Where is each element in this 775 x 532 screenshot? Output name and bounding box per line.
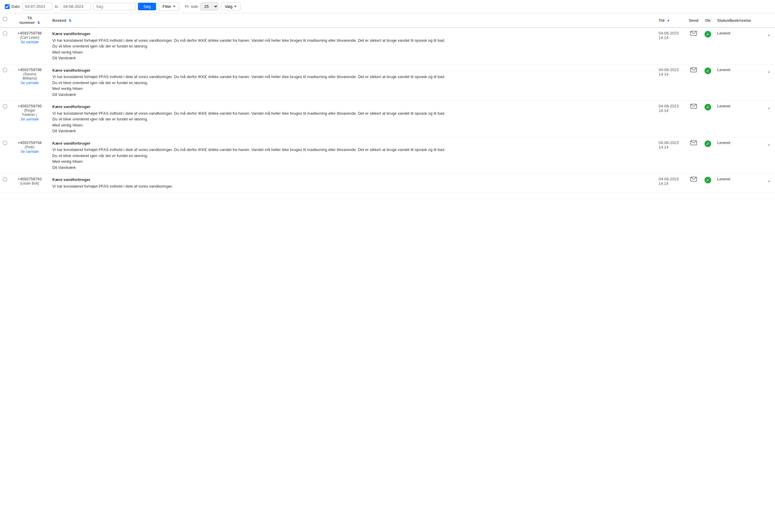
th-til-nummer[interactable]: Tilnummer ⇅ xyxy=(10,13,49,28)
se-samtale-link[interactable]: Se samtale xyxy=(21,117,39,121)
row-checkbox-cell xyxy=(0,28,10,64)
tid-cell: 04-08-202314:14 xyxy=(656,174,686,192)
th-statusbeskrivelse: StatusBeskrivelse xyxy=(714,13,763,28)
expand-button[interactable]: ⌄ xyxy=(766,177,772,184)
envelope-icon xyxy=(690,178,697,182)
expand-button[interactable]: ⌄ xyxy=(766,140,772,147)
besked-body: Vi har konstateret forhøjet PFAS indhold… xyxy=(52,110,653,134)
envelope-icon xyxy=(690,142,697,146)
phone-number: +4593759795 xyxy=(13,104,46,108)
table-row: +4593759798 (Carl Lewis) Se samtale Kære… xyxy=(0,28,775,64)
toolbar-left: Dato to Søg Filter Pr. side 25 50 100 Va… xyxy=(5,2,240,11)
table-row: +4593759796 (SerenaWilliams) Se samtale … xyxy=(0,64,775,101)
row-checkbox[interactable] xyxy=(3,31,7,35)
th-select-all xyxy=(0,13,10,28)
row-checkbox-cell xyxy=(0,174,10,192)
besked-title: Kære vandforbruger xyxy=(52,31,653,37)
contact-name: (RogerFederer ) xyxy=(13,108,46,117)
ok-check-icon: ✓ xyxy=(705,177,711,183)
se-samtale-link[interactable]: Se samtale xyxy=(21,81,39,85)
besked-body: Vi har konstateret forhøjet PFAS indhold… xyxy=(52,74,653,97)
contact-name: (Pelé) xyxy=(13,145,46,149)
chevron-down-icon: ⌄ xyxy=(767,32,771,37)
row-checkbox[interactable] xyxy=(3,141,7,145)
til-nummer-cell: +4593759798 (Carl Lewis) Se samtale xyxy=(10,28,49,64)
se-samtale-link[interactable]: Se samtale xyxy=(21,40,39,44)
expand-button[interactable]: ⌄ xyxy=(766,67,772,74)
til-nummer-cell: +4593759794 (Pelé) Se samtale xyxy=(10,137,49,174)
expand-cell: ⌄ xyxy=(763,64,775,101)
expand-cell: ⌄ xyxy=(763,28,775,64)
besked-body: Vi har konstateret forhøjet PFAS indhold… xyxy=(52,147,653,170)
status-badge: Leveret xyxy=(717,177,730,181)
th-send: Send xyxy=(686,13,702,28)
select-all-checkbox[interactable] xyxy=(3,17,7,21)
row-checkbox-cell xyxy=(0,64,10,101)
status-badge: Leveret xyxy=(717,140,730,145)
status-cell: Leveret xyxy=(714,28,763,64)
dato-label: Dato xyxy=(11,4,20,9)
besked-body: Vi har konstateret forhøjet PFAS indhold… xyxy=(52,183,653,189)
row-checkbox[interactable] xyxy=(3,104,7,108)
valg-button[interactable]: Valg xyxy=(221,2,240,11)
envelope-icon xyxy=(690,105,697,109)
expand-button[interactable]: ⌄ xyxy=(766,104,772,111)
besked-title: Kære vandforbruger xyxy=(52,104,653,110)
send-cell xyxy=(686,64,702,101)
status-badge: Leveret xyxy=(717,31,730,35)
status-cell: Leveret xyxy=(714,174,763,192)
filter-label: Filter xyxy=(162,4,171,9)
tid-cell: 04-08-202314:14 xyxy=(656,137,686,174)
ok-cell: ✓ xyxy=(702,174,714,192)
ok-cell: ✓ xyxy=(702,101,714,137)
th-ok: Ok xyxy=(702,13,714,28)
til-nummer-sort-icon: ⇅ xyxy=(37,21,40,25)
phone-number: +4593759794 xyxy=(13,140,46,145)
tid-cell: 04-08-202314:14 xyxy=(656,101,686,137)
ok-check-icon: ✓ xyxy=(705,140,711,147)
contact-name: (Carl Lewis) xyxy=(13,35,46,40)
ok-check-icon: ✓ xyxy=(705,104,711,110)
row-checkbox[interactable] xyxy=(3,68,7,72)
til-nummer-cell: +4593759793 (Usain Bolt) xyxy=(10,174,49,192)
ok-check-icon: ✓ xyxy=(705,67,711,74)
toolbar: Dato to Søg Filter Pr. side 25 50 100 Va… xyxy=(0,0,775,13)
status-cell: Leveret xyxy=(714,137,763,174)
row-checkbox-cell xyxy=(0,101,10,137)
th-tid[interactable]: Tid ▼ xyxy=(656,13,686,28)
pr-side-select[interactable]: 25 50 100 xyxy=(200,2,218,11)
expand-cell: ⌄ xyxy=(763,137,775,174)
search-input[interactable] xyxy=(93,3,135,10)
chevron-down-icon: ⌄ xyxy=(767,68,771,73)
filter-button[interactable]: Filter xyxy=(158,2,179,11)
status-badge: Leveret xyxy=(717,67,730,72)
status-badge: Leveret xyxy=(717,104,730,108)
phone-number: +4593759796 xyxy=(13,67,46,72)
chevron-down-icon: ⌄ xyxy=(767,105,771,110)
dato-checkbox[interactable] xyxy=(5,4,10,9)
table-body: +4593759798 (Carl Lewis) Se samtale Kære… xyxy=(0,28,775,192)
phone-number: +4593759798 xyxy=(13,31,46,35)
contact-name: (SerenaWilliams) xyxy=(13,72,46,80)
se-samtale-link[interactable]: Se samtale xyxy=(21,149,39,154)
search-button[interactable]: Søg xyxy=(138,3,156,10)
row-checkbox-cell xyxy=(0,137,10,174)
send-cell xyxy=(686,137,702,174)
date-from-input[interactable] xyxy=(22,3,52,10)
status-cell: Leveret xyxy=(714,101,763,137)
envelope-icon xyxy=(690,69,697,73)
phone-number: +4593759793 xyxy=(13,177,46,181)
status-cell: Leveret xyxy=(714,64,763,101)
tid-sort-icon: ▼ xyxy=(667,19,670,22)
tid-cell: 04-08-202314:14 xyxy=(656,64,686,101)
table-row: +4593759795 (RogerFederer ) Se samtale K… xyxy=(0,101,775,137)
expand-button[interactable]: ⌄ xyxy=(766,31,772,38)
ok-cell: ✓ xyxy=(702,28,714,64)
besked-body: Vi har konstateret forhøjet PFAS indhold… xyxy=(52,38,653,61)
date-to-input[interactable] xyxy=(60,3,91,10)
expand-cell: ⌄ xyxy=(763,101,775,137)
row-checkbox[interactable] xyxy=(3,177,7,181)
besked-cell: Kære vandforbruger Vi har konstateret fo… xyxy=(49,137,656,174)
th-besked[interactable]: Besked ⇅ xyxy=(49,13,656,28)
table-header-row: Tilnummer ⇅ Besked ⇅ Tid ▼ Send Ok Statu… xyxy=(0,13,775,28)
